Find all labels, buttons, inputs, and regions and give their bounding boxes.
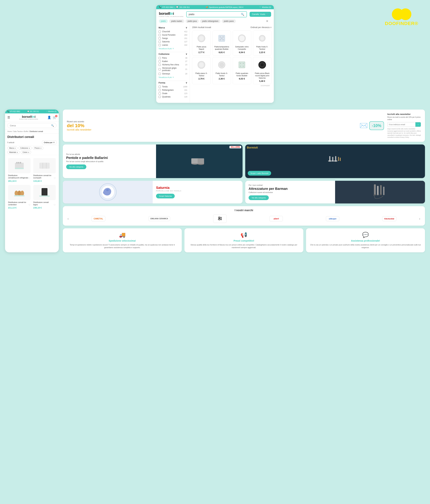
brand-show-more[interactable]: Visualizza di più ∨ <box>159 47 187 50</box>
chip-piatto-pane[interactable]: piatto pane <box>222 19 236 23</box>
mobile-cart-badge[interactable]: 🛒 3 <box>53 116 56 119</box>
promo-row: Per la tua attività Pentole e padelle Ba… <box>63 144 425 178</box>
bormioli-brand-label: Bormioli <box>247 146 258 149</box>
brand-kitchenaid[interactable]: KitchenAid <box>382 216 396 221</box>
svg-point-47 <box>331 161 334 162</box>
desktop-panel: Ricevi uno sconto del 10% Iscriviti alla… <box>63 109 425 252</box>
email-input[interactable] <box>387 122 415 127</box>
chip-piatto-kaden[interactable]: piatto kaden <box>169 19 184 23</box>
svg-rect-27 <box>20 162 21 163</box>
wishlist-button-2[interactable]: ♡ <box>28 204 31 206</box>
breadcrumb-home[interactable]: Home <box>7 131 12 132</box>
checkbox-churchill[interactable] <box>159 31 161 33</box>
filter-chip-colore[interactable]: Colore ∨ <box>21 151 31 154</box>
mob-product-3[interactable]: Distributore cereali legno 236,10 € ♡ <box>32 184 57 210</box>
filter-collection-title[interactable]: Collezione ∨ <box>159 53 187 56</box>
cart-button[interactable]: Carrello Vuoto 🛒 <box>250 12 271 17</box>
chip-piatto[interactable]: piatto <box>159 19 168 23</box>
filter-chip-prezzo[interactable]: Prezzo ∨ <box>33 146 43 150</box>
mob-product-price-3: 236,10 € <box>33 207 54 209</box>
svg-rect-50 <box>338 157 339 161</box>
checkbox-kaden[interactable] <box>159 60 161 63</box>
email-submit-button[interactable]: → <box>415 122 421 127</box>
checkbox-rettangolare[interactable] <box>159 89 161 91</box>
wishlist-button-1[interactable]: ♡ <box>54 177 56 180</box>
close-button[interactable]: ✕ <box>266 19 269 23</box>
search-button[interactable]: 🔍 <box>239 12 247 17</box>
brand-emiliana[interactable]: EMILIANA CERAMICA <box>148 216 170 221</box>
svg-point-1 <box>199 36 204 41</box>
filter-brand-title[interactable]: Marca ∨ <box>159 26 187 30</box>
wishlist-button-3[interactable]: ♡ <box>54 204 56 206</box>
breadcrumb-sala[interactable]: Sala Tavola e Buffet <box>13 131 28 132</box>
brands-next-button[interactable]: › <box>418 217 421 221</box>
bormioli-btn[interactable]: Scopri i calici Bormioli <box>248 171 271 176</box>
mob-product-2[interactable]: Distributore cereali tre contenitori 211… <box>7 184 32 210</box>
breadcrumb-current: Distributori cereali <box>30 131 43 132</box>
barman-img <box>335 181 425 203</box>
mob-product-footer-1: Distributore cereali tre scomparti 133,8… <box>33 174 56 182</box>
product-img-5 <box>214 59 229 71</box>
brand-abert[interactable]: abert <box>269 216 283 221</box>
products-grid: Piatto pizza Napoli 2,77 € Piatto/antipa… <box>192 31 271 84</box>
filter-chip-marca[interactable]: Marca ∨ <box>7 146 18 150</box>
product-card-6[interactable]: Piatto quadrato fondo Bubble 6,53 € <box>233 57 251 84</box>
svg-point-4 <box>221 38 222 39</box>
filter-chip-collezione[interactable]: Collezione ∨ <box>18 146 32 150</box>
product-card-0[interactable]: Piatto pizza Napoli 2,77 € <box>192 31 211 55</box>
checkbox-fiera[interactable] <box>159 57 161 59</box>
mob-product-footer-0: Distributore cereali/succhi refrigerato … <box>8 174 31 182</box>
top-bar: 📞 075 922 0962 | 💬 331 230 311 🚚 Spedizi… <box>156 5 274 9</box>
mobile-logo-text: borselltni <box>19 115 38 119</box>
cart-status: Vuoto <box>260 13 265 16</box>
chip-piatto-rettangolare[interactable]: piatto rettangolare <box>200 19 220 23</box>
product-card-5[interactable]: Piatto fondo X-Tanbul 2,36 € <box>213 57 231 84</box>
svg-point-19 <box>240 66 241 67</box>
mobile-search-input[interactable] <box>10 124 51 127</box>
mob-product-1[interactable]: Distributore cereali tre scomparti 133,8… <box>32 157 57 184</box>
product-card-2[interactable]: Sottopiatto vetro Campiello 6,54 € <box>233 31 251 55</box>
svg-rect-38 <box>39 195 50 197</box>
checkbox-lianes[interactable] <box>159 44 161 46</box>
checkbox-alchemy[interactable] <box>159 64 161 66</box>
product-card-4[interactable]: Piatto piano X-Tanbul 2,79 € <box>192 57 211 84</box>
checkbox-quadrata[interactable] <box>159 96 161 98</box>
mobile-phone-icon: 📞 <box>7 110 9 112</box>
checkbox-saturnia[interactable] <box>159 41 161 43</box>
checkbox-tonda[interactable] <box>159 86 161 88</box>
collection-show-more[interactable]: Visualizza di più ∨ <box>159 76 187 78</box>
results-header: 2084 risultati trovati Ordinati per rile… <box>192 26 271 28</box>
checkbox-ovale[interactable] <box>159 92 161 95</box>
chevron-down-icon: ∨ <box>186 26 187 29</box>
sort-button[interactable]: Ordinati per rilevanza ≡ <box>251 26 271 28</box>
search-input[interactable] <box>187 12 239 17</box>
product-card-1[interactable]: Piatto/antipastiera quadrato Bubble 8,81… <box>213 31 231 55</box>
hamburger-icon[interactable]: ☰ <box>7 116 10 119</box>
filter-col-alchemy: Alchemy fine china 23 <box>159 63 187 66</box>
nl-right: Iscriviti alla newsletter Ricevi via mai… <box>387 113 421 138</box>
checkbox-gural[interactable] <box>159 34 161 36</box>
chip-piatto-java[interactable]: piatto java <box>186 19 199 23</box>
brand-silikomart[interactable]: silikojart <box>326 216 339 221</box>
promo-btn-0[interactable]: Vai alla categoria <box>66 164 86 169</box>
svg-point-34 <box>20 190 24 196</box>
mobile-user-icon[interactable]: 👤 <box>47 116 51 119</box>
filter-brand-churchill: Churchill 412 <box>159 30 187 33</box>
product-card-7[interactable]: Piatto pizza Black round digital print S… <box>253 57 272 84</box>
checkbox-genesys[interactable] <box>159 73 161 75</box>
wishlist-button-0[interactable]: ♡ <box>28 177 31 180</box>
barman-btn[interactable]: Vai alla categoria <box>249 195 269 200</box>
filter-chip-materiale[interactable]: Materiale ∨ <box>7 151 20 154</box>
checkbox-sango[interactable] <box>159 37 161 39</box>
brand-kanji[interactable]: 和 <box>213 215 227 223</box>
brand-cimetal[interactable]: CIMETAL <box>91 216 105 221</box>
product-card-3[interactable]: Piatto frutta X-Tambul 2,23 € <box>253 31 272 55</box>
order-button[interactable]: Ordina per ∨ <box>42 140 56 144</box>
mob-product-0[interactable]: Distributore cereali/succhi refrigerato … <box>7 157 32 184</box>
mob-product-name-0: Distributore cereali/succhi refrigerato <box>8 174 28 179</box>
brands-prev-button[interactable]: ‹ <box>66 217 70 221</box>
checkbox-stonecast[interactable] <box>159 68 161 70</box>
mob-product-price-2: 211,13 € <box>8 207 28 209</box>
filter-shape-title[interactable]: Forma ∨ <box>159 81 187 85</box>
saturnia-btn[interactable]: Scopri Saturnia <box>156 194 175 198</box>
